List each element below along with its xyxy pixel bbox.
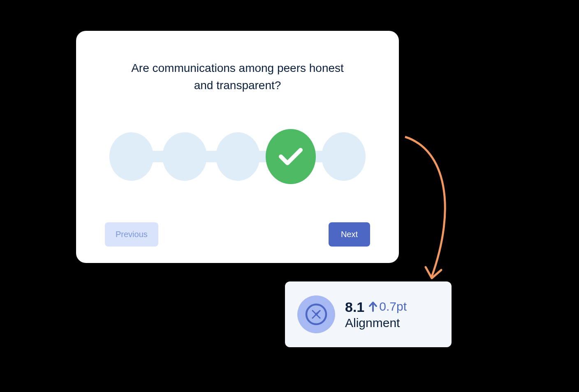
compass-icon	[305, 303, 328, 326]
metric-top-row: 8.1 0.7pt	[345, 299, 407, 315]
metric-text: 8.1 0.7pt Alignment	[345, 299, 407, 330]
svg-point-2	[315, 313, 317, 316]
survey-card: Are communications among peers honest an…	[76, 31, 399, 263]
rating-option-2[interactable]	[162, 132, 206, 181]
flow-arrow-icon	[397, 134, 463, 286]
metric-icon-circle	[297, 295, 335, 333]
previous-button[interactable]: Previous	[105, 222, 158, 247]
checkmark-icon	[278, 147, 303, 166]
metric-card: 8.1 0.7pt Alignment	[285, 281, 452, 347]
rating-scale	[105, 129, 370, 184]
survey-question: Are communications among peers honest an…	[131, 60, 345, 94]
rating-option-5[interactable]	[322, 132, 366, 181]
nav-buttons: Previous Next	[105, 222, 370, 247]
rating-option-4[interactable]	[266, 129, 316, 184]
metric-delta: 0.7pt	[368, 300, 407, 314]
rating-option-3[interactable]	[216, 132, 260, 181]
metric-delta-value: 0.7pt	[379, 300, 407, 314]
rating-option-1[interactable]	[109, 132, 153, 181]
metric-label: Alignment	[345, 316, 407, 330]
arrow-up-icon	[368, 301, 378, 312]
metric-score: 8.1	[345, 299, 364, 315]
next-button[interactable]: Next	[329, 222, 370, 247]
